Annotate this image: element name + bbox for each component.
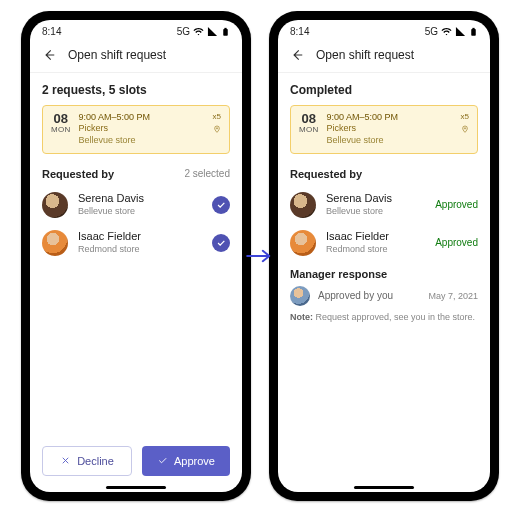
requester-info: Serena Davis Bellevue store xyxy=(326,192,425,217)
shift-day-name: MON xyxy=(299,126,319,135)
requester-row[interactable]: Isaac Fielder Redmond store Approved xyxy=(290,224,478,262)
summary-text: Completed xyxy=(290,83,478,97)
x-icon xyxy=(60,455,71,466)
status-bar: 8:14 5G xyxy=(278,20,490,42)
requested-by-header: Requested by xyxy=(290,168,478,180)
status-time: 8:14 xyxy=(290,26,309,37)
manager-response-section: Manager response Approved by you May 7, … xyxy=(290,268,478,322)
page-title: Open shift request xyxy=(316,48,414,62)
requester-name: Serena Davis xyxy=(78,192,202,206)
shift-card[interactable]: 08 MON 9:00 AM–5:00 PM x5 Pickers Bellev… xyxy=(42,105,230,154)
approve-label: Approve xyxy=(174,455,215,467)
avatar xyxy=(290,192,316,218)
action-bar: Decline Approve xyxy=(30,436,242,492)
shift-role: Pickers xyxy=(79,123,109,135)
shift-info: 9:00 AM–5:00 PM x5 Pickers Bellevue stor… xyxy=(79,112,221,147)
check-icon xyxy=(157,455,168,466)
requester-location: Bellevue store xyxy=(78,206,202,217)
svg-rect-3 xyxy=(471,29,476,36)
back-arrow-icon xyxy=(290,48,304,62)
requester-name: Isaac Fielder xyxy=(326,230,425,244)
requester-location: Redmond store xyxy=(78,244,202,255)
manager-note: Note: Request approved, see you in the s… xyxy=(290,312,478,322)
back-arrow-icon xyxy=(42,48,56,62)
avatar xyxy=(290,230,316,256)
note-prefix: Note: xyxy=(290,312,313,322)
shift-date: 08 MON xyxy=(299,112,319,147)
avatar xyxy=(42,192,68,218)
requester-location: Redmond store xyxy=(326,244,425,255)
page-header: Open shift request xyxy=(278,42,490,73)
svg-rect-4 xyxy=(472,27,474,28)
shift-time: 9:00 AM–5:00 PM xyxy=(79,112,151,124)
shift-location: Bellevue store xyxy=(327,135,469,147)
status-icons: 5G xyxy=(177,26,230,38)
battery-icon xyxy=(221,26,230,38)
manager-response-label: Manager response xyxy=(290,268,478,280)
page-header: Open shift request xyxy=(30,42,242,73)
manager-response-date: May 7, 2021 xyxy=(428,291,478,301)
wifi-icon xyxy=(193,26,204,37)
requester-row[interactable]: Isaac Fielder Redmond store xyxy=(42,224,230,262)
back-button[interactable] xyxy=(290,48,304,62)
requester-row[interactable]: Serena Davis Bellevue store xyxy=(42,186,230,224)
shift-count: x5 xyxy=(461,112,469,122)
approve-button[interactable]: Approve xyxy=(142,446,230,476)
transition-arrow xyxy=(245,246,273,266)
summary-text: 2 requests, 5 slots xyxy=(42,83,230,97)
manager-response-text: Approved by you xyxy=(318,290,420,301)
arrow-right-icon xyxy=(246,248,272,264)
requester-name: Isaac Fielder xyxy=(78,230,202,244)
shift-day-number: 08 xyxy=(51,112,71,126)
battery-icon xyxy=(469,26,478,38)
check-icon xyxy=(216,238,226,248)
shift-day-name: MON xyxy=(51,126,71,135)
decline-button[interactable]: Decline xyxy=(42,446,132,476)
shift-card[interactable]: 08 MON 9:00 AM–5:00 PM x5 Pickers Bellev… xyxy=(290,105,478,154)
location-pin-icon xyxy=(461,125,469,133)
requested-by-label: Requested by xyxy=(42,168,114,180)
back-button[interactable] xyxy=(42,48,56,62)
phone-right: 8:14 5G Open shift request Completed 08 … xyxy=(269,11,499,501)
signal-icon xyxy=(455,26,466,37)
svg-point-2 xyxy=(216,128,217,129)
phone-left: 8:14 5G Open shift request 2 requests, 5… xyxy=(21,11,251,501)
requester-name: Serena Davis xyxy=(326,192,425,206)
selected-check[interactable] xyxy=(212,196,230,214)
network-label: 5G xyxy=(177,26,190,37)
page-title: Open shift request xyxy=(68,48,166,62)
screen-right: 8:14 5G Open shift request Completed 08 … xyxy=(278,20,490,492)
shift-day-number: 08 xyxy=(299,112,319,126)
status-time: 8:14 xyxy=(42,26,61,37)
signal-icon xyxy=(207,26,218,37)
location-pin-icon xyxy=(213,125,221,133)
network-label: 5G xyxy=(425,26,438,37)
note-text: Request approved, see you in the store. xyxy=(316,312,476,322)
home-indicator xyxy=(354,486,414,489)
shift-location: Bellevue store xyxy=(79,135,221,147)
svg-rect-0 xyxy=(223,29,228,36)
screen-left: 8:14 5G Open shift request 2 requests, 5… xyxy=(30,20,242,492)
content: Completed 08 MON 9:00 AM–5:00 PM x5 Pick… xyxy=(278,73,490,492)
home-indicator xyxy=(106,486,166,489)
check-icon xyxy=(216,200,226,210)
requester-location: Bellevue store xyxy=(326,206,425,217)
decline-label: Decline xyxy=(77,455,114,467)
requester-info: Isaac Fielder Redmond store xyxy=(78,230,202,255)
avatar xyxy=(42,230,68,256)
selected-count: 2 selected xyxy=(184,168,230,179)
requester-row[interactable]: Serena Davis Bellevue store Approved xyxy=(290,186,478,224)
shift-date: 08 MON xyxy=(51,112,71,147)
requested-by-header: Requested by 2 selected xyxy=(42,168,230,180)
svg-rect-1 xyxy=(224,27,226,28)
shift-info: 9:00 AM–5:00 PM x5 Pickers Bellevue stor… xyxy=(327,112,469,147)
requester-info: Isaac Fielder Redmond store xyxy=(326,230,425,255)
wifi-icon xyxy=(441,26,452,37)
approval-status: Approved xyxy=(435,237,478,248)
shift-time: 9:00 AM–5:00 PM xyxy=(327,112,399,124)
requester-info: Serena Davis Bellevue store xyxy=(78,192,202,217)
selected-check[interactable] xyxy=(212,234,230,252)
manager-avatar xyxy=(290,286,310,306)
approval-status: Approved xyxy=(435,199,478,210)
svg-point-5 xyxy=(464,128,465,129)
